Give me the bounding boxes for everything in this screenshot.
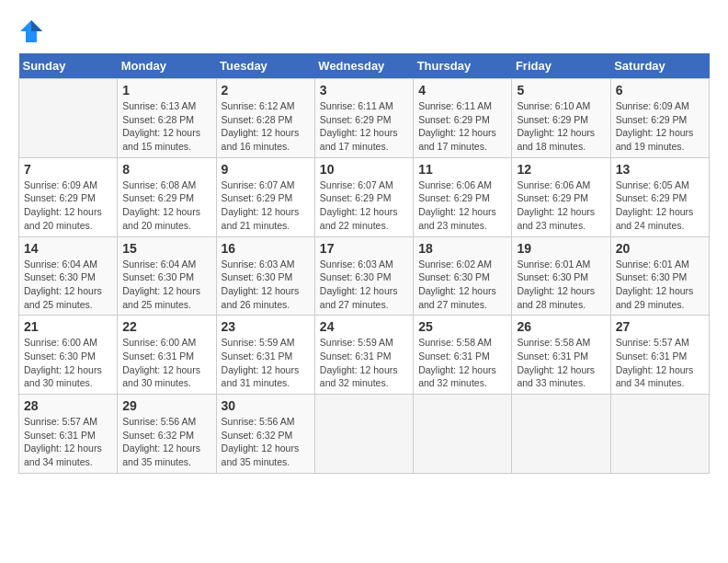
calendar-body: 1Sunrise: 6:13 AMSunset: 6:28 PMDaylight… <box>19 79 710 474</box>
day-cell: 18Sunrise: 6:02 AMSunset: 6:30 PMDayligh… <box>414 236 512 316</box>
svg-marker-1 <box>31 20 42 31</box>
day-number: 15 <box>122 241 210 256</box>
day-of-week-friday: Friday <box>512 53 610 79</box>
day-cell: 5Sunrise: 6:10 AMSunset: 6:29 PMDaylight… <box>512 79 610 158</box>
day-cell: 20Sunrise: 6:01 AMSunset: 6:30 PMDayligh… <box>610 236 709 316</box>
day-cell: 22Sunrise: 6:00 AMSunset: 6:31 PMDayligh… <box>118 316 216 395</box>
day-info: Sunrise: 6:12 AMSunset: 6:28 PMDaylight:… <box>222 99 310 154</box>
week-row-5: 28Sunrise: 5:57 AMSunset: 6:31 PMDayligh… <box>19 395 710 474</box>
day-of-week-sunday: Sunday <box>19 53 118 79</box>
day-of-week-wednesday: Wednesday <box>314 53 413 79</box>
day-number: 28 <box>24 398 112 413</box>
day-number: 2 <box>222 83 310 98</box>
day-info: Sunrise: 6:02 AMSunset: 6:30 PMDaylight:… <box>418 258 506 312</box>
day-number: 5 <box>517 83 605 98</box>
day-cell: 14Sunrise: 6:04 AMSunset: 6:30 PMDayligh… <box>19 236 118 316</box>
day-cell: 30Sunrise: 5:56 AMSunset: 6:32 PMDayligh… <box>216 395 314 474</box>
day-cell: 9Sunrise: 6:07 AMSunset: 6:29 PMDaylight… <box>216 157 314 236</box>
day-number: 22 <box>122 319 210 334</box>
day-info: Sunrise: 6:00 AMSunset: 6:31 PMDaylight:… <box>122 336 210 390</box>
day-number: 13 <box>616 162 704 177</box>
day-info: Sunrise: 6:09 AMSunset: 6:29 PMDaylight:… <box>24 178 112 233</box>
day-number: 25 <box>418 319 506 334</box>
day-info: Sunrise: 6:08 AMSunset: 6:29 PMDaylight:… <box>122 178 210 233</box>
day-number: 27 <box>616 319 704 334</box>
day-info: Sunrise: 6:07 AMSunset: 6:29 PMDaylight:… <box>222 178 310 233</box>
day-cell: 29Sunrise: 5:56 AMSunset: 6:32 PMDayligh… <box>118 395 216 474</box>
day-cell: 10Sunrise: 6:07 AMSunset: 6:29 PMDayligh… <box>314 157 413 236</box>
day-of-week-tuesday: Tuesday <box>216 53 314 79</box>
day-cell <box>314 395 413 474</box>
day-info: Sunrise: 6:11 AMSunset: 6:29 PMDaylight:… <box>320 99 408 154</box>
day-of-week-monday: Monday <box>118 53 216 79</box>
day-info: Sunrise: 5:57 AMSunset: 6:31 PMDaylight:… <box>24 415 112 469</box>
day-info: Sunrise: 5:56 AMSunset: 6:32 PMDaylight:… <box>122 415 210 469</box>
day-info: Sunrise: 6:04 AMSunset: 6:30 PMDaylight:… <box>122 258 210 312</box>
day-number: 6 <box>616 83 704 98</box>
day-number: 14 <box>24 241 112 256</box>
day-cell: 12Sunrise: 6:06 AMSunset: 6:29 PMDayligh… <box>512 157 610 236</box>
day-number: 19 <box>517 241 605 256</box>
day-info: Sunrise: 6:06 AMSunset: 6:29 PMDaylight:… <box>517 178 605 233</box>
day-cell: 13Sunrise: 6:05 AMSunset: 6:29 PMDayligh… <box>610 157 709 236</box>
day-info: Sunrise: 6:05 AMSunset: 6:29 PMDaylight:… <box>616 178 704 233</box>
day-info: Sunrise: 5:58 AMSunset: 6:31 PMDaylight:… <box>418 336 506 390</box>
logo-icon <box>18 18 44 44</box>
day-info: Sunrise: 6:10 AMSunset: 6:29 PMDaylight:… <box>517 99 605 154</box>
day-cell <box>19 79 118 158</box>
day-info: Sunrise: 6:09 AMSunset: 6:29 PMDaylight:… <box>616 99 704 154</box>
calendar-header: SundayMondayTuesdayWednesdayThursdayFrid… <box>19 53 710 79</box>
day-number: 3 <box>320 83 408 98</box>
day-cell <box>414 395 512 474</box>
day-of-week-thursday: Thursday <box>414 53 512 79</box>
day-info: Sunrise: 6:13 AMSunset: 6:28 PMDaylight:… <box>122 99 210 154</box>
day-number: 23 <box>222 319 310 334</box>
day-info: Sunrise: 5:59 AMSunset: 6:31 PMDaylight:… <box>222 336 310 390</box>
day-info: Sunrise: 5:57 AMSunset: 6:31 PMDaylight:… <box>616 336 704 390</box>
calendar-table: SundayMondayTuesdayWednesdayThursdayFrid… <box>18 53 710 474</box>
day-cell: 3Sunrise: 6:11 AMSunset: 6:29 PMDaylight… <box>314 79 413 158</box>
logo <box>18 18 48 44</box>
week-row-3: 14Sunrise: 6:04 AMSunset: 6:30 PMDayligh… <box>19 236 710 316</box>
day-cell: 4Sunrise: 6:11 AMSunset: 6:29 PMDaylight… <box>414 79 512 158</box>
day-info: Sunrise: 5:59 AMSunset: 6:31 PMDaylight:… <box>320 336 408 390</box>
day-cell: 16Sunrise: 6:03 AMSunset: 6:30 PMDayligh… <box>216 236 314 316</box>
day-cell: 2Sunrise: 6:12 AMSunset: 6:28 PMDaylight… <box>216 79 314 158</box>
day-cell: 27Sunrise: 5:57 AMSunset: 6:31 PMDayligh… <box>610 316 709 395</box>
week-row-2: 7Sunrise: 6:09 AMSunset: 6:29 PMDaylight… <box>19 157 710 236</box>
day-cell: 11Sunrise: 6:06 AMSunset: 6:29 PMDayligh… <box>414 157 512 236</box>
day-cell: 17Sunrise: 6:03 AMSunset: 6:30 PMDayligh… <box>314 236 413 316</box>
day-number: 11 <box>418 162 506 177</box>
day-cell <box>512 395 610 474</box>
day-number: 4 <box>418 83 506 98</box>
day-number: 29 <box>122 398 210 413</box>
day-number: 1 <box>122 83 210 98</box>
day-info: Sunrise: 6:06 AMSunset: 6:29 PMDaylight:… <box>418 178 506 233</box>
day-cell: 1Sunrise: 6:13 AMSunset: 6:28 PMDaylight… <box>118 79 216 158</box>
day-info: Sunrise: 6:03 AMSunset: 6:30 PMDaylight:… <box>222 258 310 312</box>
day-cell: 23Sunrise: 5:59 AMSunset: 6:31 PMDayligh… <box>216 316 314 395</box>
day-cell: 19Sunrise: 6:01 AMSunset: 6:30 PMDayligh… <box>512 236 610 316</box>
day-number: 9 <box>222 162 310 177</box>
days-of-week-row: SundayMondayTuesdayWednesdayThursdayFrid… <box>19 53 710 79</box>
day-cell: 25Sunrise: 5:58 AMSunset: 6:31 PMDayligh… <box>414 316 512 395</box>
day-number: 7 <box>24 162 112 177</box>
day-info: Sunrise: 5:58 AMSunset: 6:31 PMDaylight:… <box>517 336 605 390</box>
day-info: Sunrise: 5:56 AMSunset: 6:32 PMDaylight:… <box>222 415 310 469</box>
day-cell: 24Sunrise: 5:59 AMSunset: 6:31 PMDayligh… <box>314 316 413 395</box>
day-number: 17 <box>320 241 408 256</box>
day-info: Sunrise: 6:11 AMSunset: 6:29 PMDaylight:… <box>418 99 506 154</box>
day-cell: 15Sunrise: 6:04 AMSunset: 6:30 PMDayligh… <box>118 236 216 316</box>
day-number: 20 <box>616 241 704 256</box>
day-cell: 21Sunrise: 6:00 AMSunset: 6:30 PMDayligh… <box>19 316 118 395</box>
day-number: 10 <box>320 162 408 177</box>
day-number: 30 <box>222 398 310 413</box>
day-number: 12 <box>517 162 605 177</box>
day-cell: 26Sunrise: 5:58 AMSunset: 6:31 PMDayligh… <box>512 316 610 395</box>
day-cell: 6Sunrise: 6:09 AMSunset: 6:29 PMDaylight… <box>610 79 709 158</box>
day-cell: 8Sunrise: 6:08 AMSunset: 6:29 PMDaylight… <box>118 157 216 236</box>
day-cell: 28Sunrise: 5:57 AMSunset: 6:31 PMDayligh… <box>19 395 118 474</box>
page-header <box>18 18 710 44</box>
day-number: 21 <box>24 319 112 334</box>
day-info: Sunrise: 6:03 AMSunset: 6:30 PMDaylight:… <box>320 258 408 312</box>
